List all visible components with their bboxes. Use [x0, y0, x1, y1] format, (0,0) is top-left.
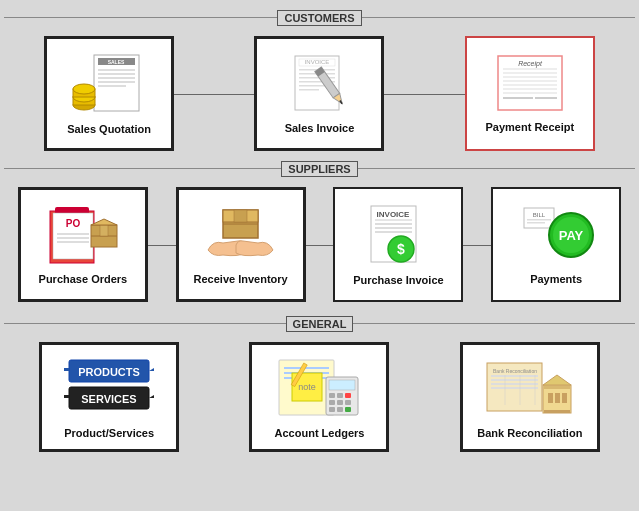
svg-rect-91: [329, 407, 335, 412]
receive-inventory-title: Receive Inventory: [194, 273, 288, 285]
customers-header: CUSTOMERS: [4, 8, 635, 26]
purchase-invoice-icon: INVOICE $: [363, 204, 433, 270]
svg-rect-88: [329, 400, 335, 405]
sales-quotation-box[interactable]: SALES QUOTATION: [44, 36, 174, 151]
svg-rect-33: [503, 84, 557, 86]
purchase-orders-card[interactable]: PO Purchase Orders: [18, 187, 148, 302]
account-ledgers-box[interactable]: note: [249, 342, 389, 452]
svg-rect-101: [491, 387, 538, 389]
svg-point-13: [73, 84, 95, 94]
svg-marker-74: [149, 368, 154, 371]
svg-text:INVOICE: INVOICE: [377, 210, 411, 219]
payment-receipt-icon: Receipt: [495, 55, 565, 117]
general-section: GENERAL PRODUCTS SERVICES: [4, 314, 635, 456]
svg-rect-35: [503, 92, 557, 94]
svg-rect-36: [503, 97, 533, 99]
svg-rect-22: [299, 89, 319, 91]
receive-inventory-icon: [203, 205, 278, 269]
svg-rect-108: [555, 393, 560, 403]
svg-rect-6: [98, 77, 135, 79]
svg-rect-84: [329, 380, 355, 390]
svg-rect-7: [98, 81, 135, 83]
general-label: GENERAL: [286, 316, 354, 332]
svg-rect-32: [503, 80, 557, 82]
payment-receipt-card[interactable]: Receipt Payment Receipt: [465, 36, 595, 151]
svg-text:PRODUCTS: PRODUCTS: [78, 366, 140, 378]
product-services-box[interactable]: PRODUCTS SERVICES Product/Services: [39, 342, 179, 452]
purchase-orders-title: Purchase Orders: [39, 273, 128, 285]
svg-rect-58: [375, 227, 412, 229]
account-ledgers-card[interactable]: note: [249, 342, 389, 452]
svg-rect-42: [57, 233, 89, 235]
sales-invoice-card[interactable]: INVOICE: [254, 36, 384, 151]
svg-marker-48: [91, 219, 117, 225]
payment-receipt-box[interactable]: Receipt Payment Receipt: [465, 36, 595, 151]
bank-reconciliation-card[interactable]: Bank Reconciliation: [460, 342, 600, 452]
svg-text:BILL: BILL: [533, 212, 546, 218]
account-ledgers-icon: note: [274, 355, 364, 423]
product-services-title: Product/Services: [64, 427, 154, 439]
svg-marker-76: [149, 395, 154, 398]
general-row: PRODUCTS SERVICES Product/Services: [4, 338, 635, 456]
svg-text:INVOICE: INVOICE: [305, 59, 330, 65]
svg-rect-111: [544, 386, 570, 389]
suppliers-section: SUPPLIERS PO: [4, 159, 635, 306]
purchase-invoice-title: Purchase Invoice: [353, 274, 444, 286]
account-ledgers-title: Account Ledgers: [275, 427, 365, 439]
svg-rect-100: [491, 383, 538, 385]
svg-rect-86: [337, 393, 343, 398]
svg-rect-59: [375, 231, 412, 233]
svg-rect-78: [284, 367, 329, 369]
purchase-invoice-card[interactable]: INVOICE $ Purchase Invoice: [333, 187, 463, 302]
purchase-orders-icon: PO: [45, 205, 120, 269]
sales-invoice-icon: INVOICE: [287, 54, 352, 118]
payments-title: Payments: [530, 273, 582, 285]
svg-rect-37: [535, 97, 557, 99]
product-services-card[interactable]: PRODUCTS SERVICES Product/Services: [39, 342, 179, 452]
svg-marker-106: [543, 375, 571, 385]
svg-text:$: $: [397, 241, 405, 257]
svg-rect-90: [345, 400, 351, 405]
svg-rect-93: [345, 407, 351, 412]
sales-quotation-title: Sales Quotation: [67, 123, 151, 135]
customers-row: SALES QUOTATION: [4, 32, 635, 155]
svg-rect-5: [98, 73, 135, 75]
svg-marker-75: [64, 395, 69, 398]
bank-reconciliation-title: Bank Reconciliation: [477, 427, 582, 439]
suppliers-header: SUPPLIERS: [4, 159, 635, 177]
receive-inventory-box[interactable]: Receive Inventory: [176, 187, 306, 302]
svg-rect-65: [527, 222, 545, 224]
svg-marker-73: [64, 368, 69, 371]
svg-rect-8: [98, 85, 126, 87]
suppliers-label: SUPPLIERS: [281, 161, 357, 177]
svg-text:Receipt: Receipt: [518, 60, 543, 68]
svg-rect-30: [503, 72, 557, 74]
sales-quotation-card[interactable]: SALES QUOTATION: [44, 36, 174, 151]
product-services-icon: PRODUCTS SERVICES: [64, 355, 154, 423]
suppliers-row: PO Purchase Orders: [4, 183, 635, 306]
svg-rect-64: [527, 219, 551, 221]
svg-rect-4: [98, 69, 135, 71]
svg-rect-44: [57, 241, 89, 243]
payments-card[interactable]: BILL PAY Payments: [491, 187, 621, 302]
sales-invoice-box[interactable]: INVOICE: [254, 36, 384, 151]
svg-text:SERVICES: SERVICES: [81, 393, 136, 405]
general-header: GENERAL: [4, 314, 635, 332]
svg-text:PAY: PAY: [559, 228, 584, 243]
svg-text:note: note: [299, 382, 317, 392]
svg-rect-87: [345, 393, 351, 398]
receive-inventory-card[interactable]: Receive Inventory: [176, 187, 306, 302]
svg-rect-43: [57, 237, 89, 239]
svg-rect-92: [337, 407, 343, 412]
svg-text:PO: PO: [66, 218, 81, 229]
bank-reconciliation-box[interactable]: Bank Reconciliation: [460, 342, 600, 452]
bank-reconciliation-icon: Bank Reconciliation: [485, 355, 575, 423]
svg-rect-34: [503, 88, 557, 90]
payment-receipt-title: Payment Receipt: [485, 121, 574, 133]
purchase-orders-box[interactable]: PO Purchase Orders: [18, 187, 148, 302]
svg-rect-51: [234, 210, 247, 222]
purchase-invoice-box[interactable]: INVOICE $ Purchase Invoice: [333, 187, 463, 302]
svg-rect-98: [491, 375, 538, 377]
payments-box[interactable]: BILL PAY Payments: [491, 187, 621, 302]
svg-text:QUOTATION: QUOTATION: [104, 64, 127, 69]
